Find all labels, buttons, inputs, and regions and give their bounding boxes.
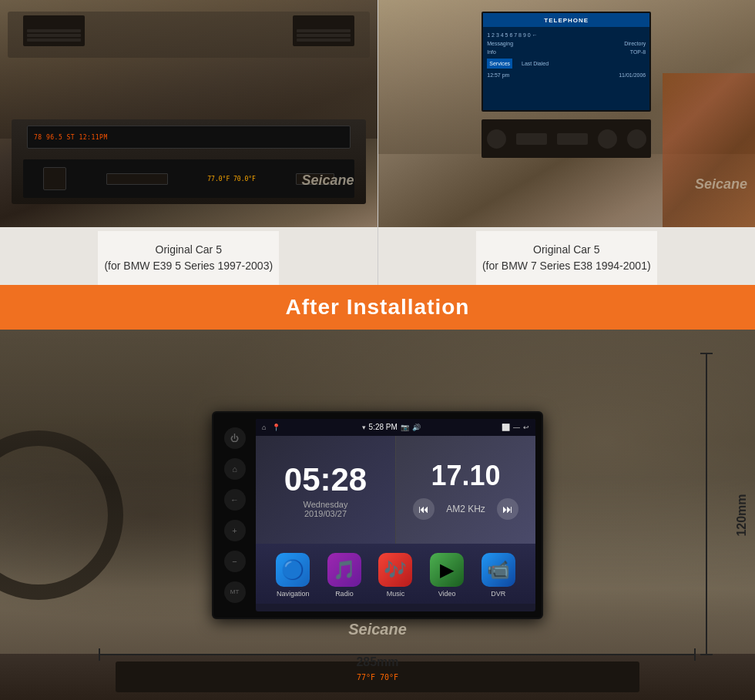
bottom-section: ⏻ ⌂ ← + − MT ⌂ 📍 ▾ 5:28 PM [0,330,755,700]
app-music[interactable]: 🎶 Music [378,553,412,598]
left-caption-line2: (for BMW E39 5 Series 1997-2003) [104,258,273,274]
app-dvr[interactable]: 📹 DVR [482,553,515,598]
menu-btn[interactable]: MT [224,581,246,603]
home-panel-btn[interactable]: ⌂ [224,458,246,480]
left-panel: ⏻ ⌂ ← + − MT [217,419,252,611]
home-icon[interactable]: ⌂ [262,424,266,431]
video-label: Video [438,590,456,598]
vol-up-btn[interactable]: + [224,520,246,541]
minimize-icon[interactable]: — [513,424,520,431]
app-radio[interactable]: 🎵 Radio [327,553,361,598]
right-caption-line2: (for BMW 7 Series E38 1994-2001) [482,258,651,274]
clock-date: 2019/03/27 [304,509,347,518]
left-caption-line1: Original Car 5 [156,242,222,258]
app-navigation[interactable]: 🔵 Navigation [276,553,310,598]
radio-app-label: Radio [335,590,354,598]
radio-frequency: 17.10 [431,460,500,492]
back-panel-btn[interactable]: ← [224,489,246,511]
radio-next-btn[interactable]: ⏭ [497,498,518,520]
clock-day: Wednesday [304,500,348,509]
after-banner: After Installation [0,285,755,330]
right-car-photo: TELEPHONE 1 2 3 4 5 6 7 8 9 0 ← Messagin… [378,0,756,227]
navigation-icon: 🔵 [281,559,304,581]
after-banner-text: After Installation [286,295,470,320]
vol-dn-btn[interactable]: − [224,551,246,572]
clock-time: 05:28 [284,461,367,498]
pin-icon: 📍 [272,424,280,431]
right-car-panel: TELEPHONE 1 2 3 4 5 6 7 8 9 0 ← Messagin… [378,0,756,285]
left-car-image: 78 96.5 ST 12:11PM 77.0°F 70.0°F Seicane [0,0,378,231]
music-icon: 🎶 [384,559,407,581]
dvr-label: DVR [491,590,505,598]
power-btn[interactable]: ⏻ [224,427,246,449]
right-car-caption: Original Car 5 (for BMW 7 Series E38 199… [476,231,657,285]
height-dimension-label: 120mm [735,494,749,536]
radio-app-icon: 🎵 [333,559,356,581]
radio-band: AM2 KHz [446,504,485,514]
watermark-right: Seicane [695,176,747,193]
radio-section: 17.10 ⏮ AM2 KHz ⏭ [396,436,535,544]
radio-controls: ⏮ AM2 KHz ⏭ [413,498,518,520]
page-wrapper: 78 96.5 ST 12:11PM 77.0°F 70.0°F Seicane… [0,0,755,700]
video-icon-box: ▶ [430,553,464,587]
right-car-image: TELEPHONE 1 2 3 4 5 6 7 8 9 0 ← Messagin… [378,0,756,231]
clock-section: 05:28 Wednesday 2019/03/27 [256,436,396,544]
camera-status-icon: 📷 [401,424,409,431]
radio-icon-box: 🎵 [327,553,361,587]
wifi-icon: ▾ [362,424,366,431]
main-display: 05:28 Wednesday 2019/03/27 17.10 ⏮ AM2 K… [256,436,535,544]
status-center: ▾ 5:28 PM 📷 🔊 [362,423,421,431]
width-dimension-label: 285mm [356,655,398,669]
status-bar: ⌂ 📍 ▾ 5:28 PM 📷 🔊 ⬜ — ↩ [256,419,535,436]
navigation-icon-box: 🔵 [276,553,310,587]
head-unit-screen: ⌂ 📍 ▾ 5:28 PM 📷 🔊 ⬜ — ↩ [256,419,535,611]
top-section: 78 96.5 ST 12:11PM 77.0°F 70.0°F Seicane… [0,0,755,285]
music-label: Music [387,590,405,598]
height-line [706,353,707,655]
head-unit: ⏻ ⌂ ← + − MT ⌂ 📍 ▾ 5:28 PM [212,411,543,619]
status-time: 5:28 PM [369,423,398,431]
left-car-photo: 78 96.5 ST 12:11PM 77.0°F 70.0°F Seicane [0,0,378,227]
right-caption-line1: Original Car 5 [533,242,599,258]
navigation-label: Navigation [277,590,310,598]
temp-display: 77°F 70°F [357,673,398,682]
left-car-panel: 78 96.5 ST 12:11PM 77.0°F 70.0°F Seicane… [0,0,378,285]
video-icon: ▶ [440,559,454,581]
music-icon-box: 🎶 [378,553,412,587]
app-video[interactable]: ▶ Video [430,553,464,598]
volume-status-icon: 🔊 [412,424,421,431]
watermark-left: Seicane [301,172,354,189]
back-icon[interactable]: ↩ [523,424,529,431]
dvr-icon: 📹 [487,559,510,581]
apps-row: 🔵 Navigation 🎵 Radio 🎶 [256,544,535,604]
status-right: ⬜ — ↩ [502,424,529,431]
radio-prev-btn[interactable]: ⏮ [413,498,435,520]
dvr-icon-box: 📹 [482,553,515,587]
left-car-caption: Original Car 5 (for BMW E39 5 Series 199… [98,231,279,285]
status-left: ⌂ 📍 [262,424,280,431]
expand-icon[interactable]: ⬜ [502,424,510,431]
